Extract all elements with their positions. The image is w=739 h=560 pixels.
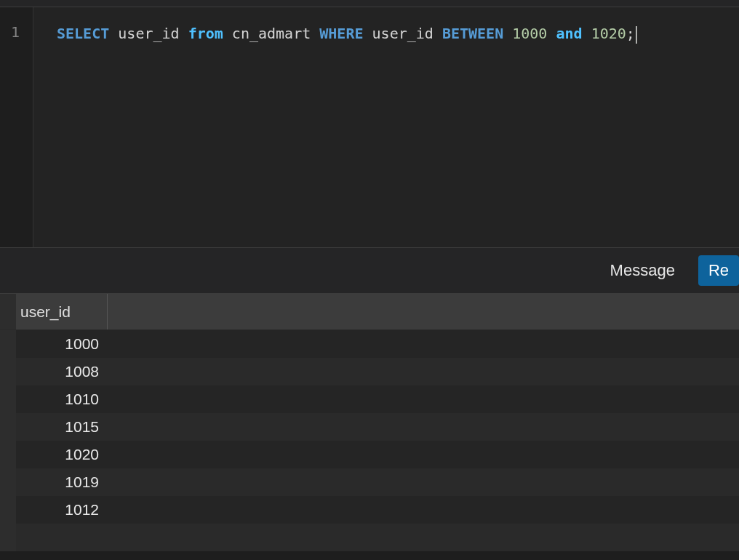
table-name: cn_admart <box>232 25 311 42</box>
cell-user-id[interactable]: 1010 <box>16 391 108 408</box>
row-indicator <box>0 524 16 551</box>
row-indicator-header <box>0 294 16 329</box>
sql-editor: 1 SELECT user_id from cn_admart WHERE us… <box>0 7 739 247</box>
tab-message[interactable]: Message <box>600 255 685 286</box>
keyword-select: SELECT <box>57 25 109 42</box>
row-indicator <box>0 385 16 413</box>
top-toolbar <box>0 0 739 7</box>
keyword-and: and <box>556 25 582 42</box>
code-content[interactable]: SELECT user_id from cn_admart WHERE user… <box>33 7 739 247</box>
results-tabs: Message Re <box>0 247 739 294</box>
text-cursor <box>636 26 637 44</box>
keyword-from: from <box>188 25 223 42</box>
row-indicator <box>0 496 16 524</box>
number-literal-1: 1000 <box>512 25 547 42</box>
row-indicator <box>0 358 16 385</box>
results-header-row: user_id <box>0 294 739 330</box>
keyword-where: WHERE <box>319 25 363 42</box>
table-row[interactable]: 1000 <box>0 330 739 358</box>
table-row[interactable]: 1012 <box>0 496 739 524</box>
row-indicator <box>0 441 16 468</box>
sql-line-1: SELECT user_id from cn_admart WHERE user… <box>57 23 739 44</box>
table-row[interactable]: 1010 <box>0 385 739 413</box>
number-literal-2: 1020 <box>591 25 626 42</box>
column-name: user_id <box>118 25 179 42</box>
column-name-2: user_id <box>372 25 434 42</box>
cell-user-id[interactable]: 1000 <box>16 335 108 353</box>
row-indicator <box>0 413 16 441</box>
table-row[interactable]: 1008 <box>0 358 739 385</box>
cell-user-id[interactable]: 1008 <box>16 363 108 380</box>
row-indicator <box>0 330 16 358</box>
table-row[interactable]: 1019 <box>0 468 739 496</box>
results-panel: user_id 1000 1008 1010 1015 1020 1019 <box>0 294 739 551</box>
cell-user-id[interactable]: 1019 <box>16 473 108 491</box>
table-row[interactable]: 1015 <box>0 413 739 441</box>
line-number: 1 <box>0 23 20 41</box>
cell-user-id[interactable]: 1015 <box>16 418 108 436</box>
semicolon: ; <box>626 25 635 42</box>
results-body: 1000 1008 1010 1015 1020 1019 1012 <box>0 330 739 551</box>
table-row[interactable] <box>0 524 739 551</box>
cell-user-id[interactable]: 1012 <box>16 501 108 519</box>
keyword-between: BETWEEN <box>442 25 503 42</box>
cell-user-id[interactable]: 1020 <box>16 446 108 463</box>
tab-result[interactable]: Re <box>698 255 739 286</box>
line-number-gutter: 1 <box>0 7 33 247</box>
table-row[interactable]: 1020 <box>0 441 739 468</box>
column-header-user-id[interactable]: user_id <box>16 294 108 329</box>
row-indicator <box>0 468 16 496</box>
